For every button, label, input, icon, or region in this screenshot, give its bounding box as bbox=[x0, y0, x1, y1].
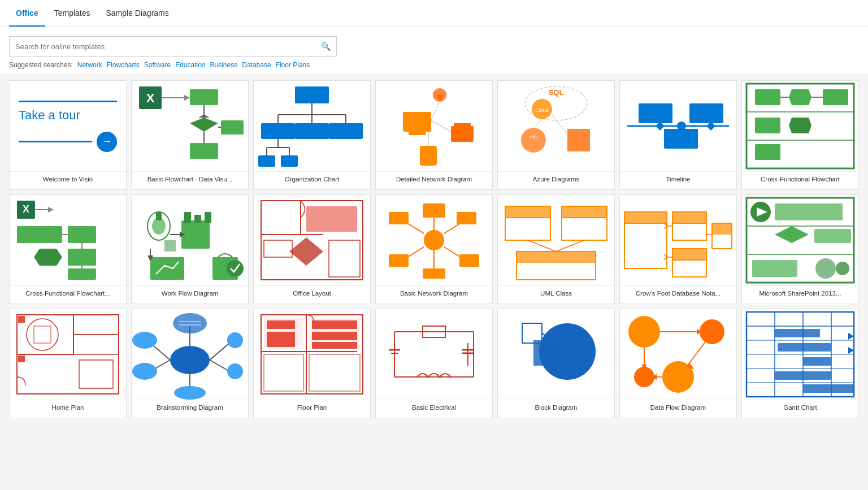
template-sharepoint[interactable]: Microsoft SharePoint 2013... bbox=[741, 194, 859, 304]
svg-rect-49 bbox=[664, 129, 698, 149]
svg-point-166 bbox=[132, 332, 157, 349]
svg-marker-95 bbox=[289, 237, 323, 266]
search-icon[interactable]: 🔍 bbox=[321, 42, 331, 51]
template-basic-flowchart[interactable]: X Basic Flowchart - Data Visu... bbox=[131, 80, 249, 190]
svg-rect-72 bbox=[68, 268, 96, 280]
template-basic-network[interactable]: Basic Network Diagram bbox=[375, 194, 493, 304]
template-thumb-azure-diagrams: SQL Cloud VML bbox=[498, 81, 614, 171]
template-thumb-block-diagram bbox=[498, 309, 614, 400]
template-basic-electrical[interactable]: Basic Electrical bbox=[375, 309, 493, 418]
svg-rect-153 bbox=[73, 315, 119, 335]
svg-rect-146 bbox=[814, 229, 851, 243]
template-azure-diagrams[interactable]: SQL Cloud VML Azure Diagrams bbox=[497, 80, 615, 190]
svg-rect-181 bbox=[267, 332, 295, 340]
template-label-workflow: Work Flow Diagram bbox=[132, 285, 248, 303]
svg-rect-126 bbox=[672, 212, 706, 223]
svg-rect-26 bbox=[281, 155, 298, 167]
template-crow-foot[interactable]: Crow's Foot Database Nota... bbox=[619, 194, 737, 304]
template-take-tour[interactable]: Take a tour → Welcome to Visio bbox=[9, 80, 127, 190]
svg-rect-30 bbox=[409, 132, 426, 135]
svg-line-163 bbox=[210, 343, 229, 360]
template-block-diagram[interactable]: Block Diagram bbox=[497, 309, 615, 418]
svg-rect-97 bbox=[329, 240, 360, 277]
svg-point-155 bbox=[27, 319, 58, 350]
tab-templates[interactable]: Templates bbox=[47, 1, 97, 27]
template-detailed-network[interactable]: Detailed Network Diagram bbox=[375, 80, 493, 190]
svg-marker-69 bbox=[34, 249, 62, 266]
svg-rect-61 bbox=[755, 144, 780, 160]
template-label-azure-diagrams: Azure Diagrams bbox=[498, 171, 614, 189]
template-thumb-cross-functional-2: X bbox=[10, 195, 126, 285]
tour-text: Take a tour bbox=[19, 108, 80, 123]
svg-rect-33 bbox=[420, 146, 437, 166]
search-area: 🔍 Suggested searches: Network Flowcharts… bbox=[0, 27, 868, 73]
template-org-chart[interactable]: Organization Chart bbox=[253, 80, 371, 190]
suggestion-flowcharts[interactable]: Flowcharts bbox=[107, 61, 140, 69]
suggestion-network[interactable]: Network bbox=[77, 61, 102, 69]
template-floor-plan[interactable]: Floor Plan bbox=[253, 309, 371, 418]
template-thumb-home-plan bbox=[10, 309, 126, 400]
svg-text:X: X bbox=[23, 203, 29, 215]
template-thumb-cross-functional-1 bbox=[742, 81, 858, 171]
search-box[interactable]: 🔍 bbox=[9, 36, 337, 57]
tab-office[interactable]: Office bbox=[9, 1, 45, 27]
svg-rect-154 bbox=[73, 335, 119, 354]
template-thumb-sharepoint bbox=[742, 195, 858, 285]
template-gantt-chart[interactable]: Gantt Chart bbox=[741, 309, 859, 418]
template-label-timeline: Timeline bbox=[620, 171, 736, 189]
svg-marker-233 bbox=[848, 333, 854, 340]
suggestion-software[interactable]: Software bbox=[144, 61, 171, 69]
svg-rect-110 bbox=[389, 212, 409, 224]
svg-rect-43 bbox=[567, 129, 590, 151]
template-uml-class[interactable]: UML Class bbox=[497, 194, 615, 304]
svg-rect-229 bbox=[778, 343, 831, 352]
svg-point-208 bbox=[700, 319, 724, 344]
svg-rect-129 bbox=[672, 249, 706, 260]
svg-marker-7 bbox=[190, 118, 218, 132]
template-timeline[interactable]: Timeline bbox=[619, 80, 737, 190]
tour-arrow-icon: → bbox=[97, 132, 117, 152]
svg-rect-108 bbox=[423, 268, 445, 279]
svg-line-119 bbox=[528, 240, 556, 251]
svg-rect-144 bbox=[775, 203, 843, 220]
template-cross-functional-1[interactable]: Cross-Functional Flowchart bbox=[741, 80, 859, 190]
svg-point-98 bbox=[424, 230, 444, 250]
svg-rect-186 bbox=[312, 342, 357, 349]
svg-line-34 bbox=[431, 102, 440, 120]
svg-line-213 bbox=[688, 342, 705, 365]
template-thumb-gantt-chart bbox=[742, 309, 858, 400]
template-workflow[interactable]: Work Flow Diagram bbox=[131, 194, 249, 304]
search-input[interactable] bbox=[15, 42, 321, 51]
svg-marker-3 bbox=[184, 95, 190, 101]
svg-rect-70 bbox=[68, 226, 96, 243]
template-brainstorming[interactable]: Brainstorming Diagram bbox=[131, 309, 249, 418]
suggestion-business[interactable]: Business bbox=[210, 61, 238, 69]
svg-rect-48 bbox=[689, 103, 723, 123]
suggestion-education[interactable]: Education bbox=[175, 61, 205, 69]
svg-rect-107 bbox=[459, 254, 479, 267]
svg-rect-228 bbox=[775, 329, 820, 337]
svg-rect-56 bbox=[755, 89, 780, 105]
svg-rect-79 bbox=[181, 220, 210, 249]
svg-rect-116 bbox=[562, 206, 607, 218]
svg-marker-145 bbox=[775, 226, 809, 243]
svg-point-160 bbox=[170, 346, 210, 374]
template-data-flow[interactable]: Data Flow Diagram bbox=[619, 309, 737, 418]
suggested-searches: Suggested searches: Network Flowcharts S… bbox=[9, 61, 859, 69]
tab-sample-diagrams[interactable]: Sample Diagrams bbox=[99, 1, 176, 27]
svg-text:Cloud: Cloud bbox=[535, 107, 549, 113]
svg-marker-57 bbox=[789, 89, 811, 105]
suggestion-database[interactable]: Database bbox=[242, 61, 271, 69]
svg-rect-109 bbox=[389, 254, 409, 267]
svg-rect-182 bbox=[267, 340, 295, 347]
template-cross-functional-2[interactable]: X Cross-Functional Flowchart... bbox=[9, 194, 127, 304]
template-thumb-workflow bbox=[132, 195, 248, 285]
svg-rect-12 bbox=[295, 86, 329, 103]
svg-rect-147 bbox=[752, 260, 797, 277]
template-label-crow-foot: Crow's Foot Database Nota... bbox=[620, 285, 736, 303]
template-office-layout[interactable]: Office Layout bbox=[253, 194, 371, 304]
suggestion-floor-plans[interactable]: Floor Plans bbox=[276, 61, 310, 69]
svg-marker-84 bbox=[164, 240, 176, 251]
template-home-plan[interactable]: Home Plan bbox=[9, 309, 127, 418]
svg-rect-123 bbox=[624, 212, 667, 223]
